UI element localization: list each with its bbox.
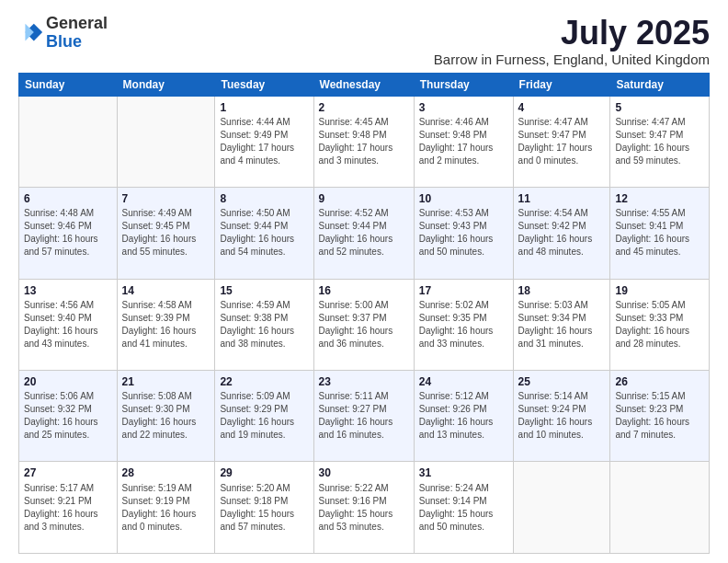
calendar: SundayMondayTuesdayWednesdayThursdayFrid… (18, 73, 710, 554)
calendar-cell: 26Sunrise: 5:15 AM Sunset: 9:23 PM Dayli… (610, 371, 710, 462)
day-number: 5 (615, 100, 704, 115)
logo-icon (18, 20, 44, 46)
calendar-cell: 11Sunrise: 4:54 AM Sunset: 9:42 PM Dayli… (513, 188, 610, 279)
column-header-friday: Friday (513, 73, 610, 96)
day-number: 14 (122, 283, 210, 298)
calendar-header: SundayMondayTuesdayWednesdayThursdayFrid… (19, 73, 710, 96)
day-number: 6 (24, 191, 112, 206)
calendar-cell: 27Sunrise: 5:17 AM Sunset: 9:21 PM Dayli… (19, 462, 118, 554)
day-number: 8 (220, 191, 308, 206)
calendar-cell (19, 96, 118, 187)
day-number: 18 (518, 283, 606, 298)
day-number: 23 (319, 374, 409, 389)
day-info: Sunrise: 4:46 AM Sunset: 9:48 PM Dayligh… (419, 116, 508, 167)
day-number: 28 (122, 465, 210, 480)
calendar-cell: 28Sunrise: 5:19 AM Sunset: 9:19 PM Dayli… (117, 462, 215, 554)
location-title: Barrow in Furness, England, United Kingd… (434, 52, 710, 67)
week-row-1: 1Sunrise: 4:44 AM Sunset: 9:49 PM Daylig… (19, 96, 710, 187)
calendar-cell: 2Sunrise: 4:45 AM Sunset: 9:48 PM Daylig… (313, 96, 414, 187)
day-info: Sunrise: 4:58 AM Sunset: 9:39 PM Dayligh… (122, 299, 210, 350)
day-number: 4 (518, 100, 606, 115)
day-info: Sunrise: 5:00 AM Sunset: 9:37 PM Dayligh… (319, 299, 409, 350)
day-info: Sunrise: 4:47 AM Sunset: 9:47 PM Dayligh… (615, 116, 704, 167)
logo-blue-text: Blue (46, 32, 82, 51)
calendar-cell: 16Sunrise: 5:00 AM Sunset: 9:37 PM Dayli… (313, 279, 414, 370)
calendar-cell: 30Sunrise: 5:22 AM Sunset: 9:16 PM Dayli… (313, 462, 414, 554)
day-info: Sunrise: 5:11 AM Sunset: 9:27 PM Dayligh… (319, 390, 409, 442)
calendar-cell: 7Sunrise: 4:49 AM Sunset: 9:45 PM Daylig… (117, 188, 215, 279)
day-info: Sunrise: 5:12 AM Sunset: 9:26 PM Dayligh… (419, 390, 508, 442)
day-number: 31 (419, 465, 508, 480)
day-info: Sunrise: 4:59 AM Sunset: 9:38 PM Dayligh… (220, 299, 308, 350)
logo: General Blue (18, 15, 108, 52)
calendar-cell (610, 462, 710, 554)
calendar-cell (513, 462, 610, 554)
day-number: 10 (419, 191, 508, 206)
day-number: 26 (615, 374, 704, 389)
calendar-cell: 1Sunrise: 4:44 AM Sunset: 9:49 PM Daylig… (215, 96, 313, 187)
day-info: Sunrise: 4:45 AM Sunset: 9:48 PM Dayligh… (319, 116, 409, 167)
calendar-cell: 20Sunrise: 5:06 AM Sunset: 9:32 PM Dayli… (19, 371, 118, 462)
day-number: 12 (615, 191, 704, 206)
day-number: 1 (220, 100, 308, 115)
calendar-cell: 6Sunrise: 4:48 AM Sunset: 9:46 PM Daylig… (19, 188, 118, 279)
day-number: 2 (319, 100, 409, 115)
column-header-wednesday: Wednesday (313, 73, 414, 96)
calendar-cell: 18Sunrise: 5:03 AM Sunset: 9:34 PM Dayli… (513, 279, 610, 370)
column-header-thursday: Thursday (414, 73, 513, 96)
day-number: 9 (319, 191, 409, 206)
calendar-cell: 14Sunrise: 4:58 AM Sunset: 9:39 PM Dayli… (117, 279, 215, 370)
calendar-cell: 5Sunrise: 4:47 AM Sunset: 9:47 PM Daylig… (610, 96, 710, 187)
calendar-cell: 8Sunrise: 4:50 AM Sunset: 9:44 PM Daylig… (215, 188, 313, 279)
day-info: Sunrise: 5:17 AM Sunset: 9:21 PM Dayligh… (24, 482, 112, 534)
day-number: 11 (518, 191, 606, 206)
header: General Blue July 2025 Barrow in Furness… (18, 15, 710, 67)
calendar-cell: 24Sunrise: 5:12 AM Sunset: 9:26 PM Dayli… (414, 371, 513, 462)
day-info: Sunrise: 4:52 AM Sunset: 9:44 PM Dayligh… (319, 207, 409, 259)
day-info: Sunrise: 4:53 AM Sunset: 9:43 PM Dayligh… (419, 207, 508, 259)
day-info: Sunrise: 4:44 AM Sunset: 9:49 PM Dayligh… (220, 116, 308, 167)
day-number: 17 (419, 283, 508, 298)
day-info: Sunrise: 5:06 AM Sunset: 9:32 PM Dayligh… (24, 390, 112, 442)
week-row-2: 6Sunrise: 4:48 AM Sunset: 9:46 PM Daylig… (19, 188, 710, 279)
day-info: Sunrise: 5:20 AM Sunset: 9:18 PM Dayligh… (220, 482, 308, 534)
page: General Blue July 2025 Barrow in Furness… (0, 0, 728, 563)
calendar-cell: 9Sunrise: 4:52 AM Sunset: 9:44 PM Daylig… (313, 188, 414, 279)
day-info: Sunrise: 5:09 AM Sunset: 9:29 PM Dayligh… (220, 390, 308, 442)
calendar-cell: 13Sunrise: 4:56 AM Sunset: 9:40 PM Dayli… (19, 279, 118, 370)
day-number: 3 (419, 100, 508, 115)
day-number: 16 (319, 283, 409, 298)
day-number: 7 (122, 191, 210, 206)
calendar-cell: 21Sunrise: 5:08 AM Sunset: 9:30 PM Dayli… (117, 371, 215, 462)
calendar-cell: 19Sunrise: 5:05 AM Sunset: 9:33 PM Dayli… (610, 279, 710, 370)
week-row-3: 13Sunrise: 4:56 AM Sunset: 9:40 PM Dayli… (19, 279, 710, 370)
calendar-cell: 10Sunrise: 4:53 AM Sunset: 9:43 PM Dayli… (414, 188, 513, 279)
calendar-cell: 15Sunrise: 4:59 AM Sunset: 9:38 PM Dayli… (215, 279, 313, 370)
day-number: 13 (24, 283, 112, 298)
calendar-cell: 22Sunrise: 5:09 AM Sunset: 9:29 PM Dayli… (215, 371, 313, 462)
day-number: 21 (122, 374, 210, 389)
column-header-sunday: Sunday (19, 73, 118, 96)
day-info: Sunrise: 4:56 AM Sunset: 9:40 PM Dayligh… (24, 299, 112, 350)
calendar-cell: 3Sunrise: 4:46 AM Sunset: 9:48 PM Daylig… (414, 96, 513, 187)
day-number: 15 (220, 283, 308, 298)
week-row-5: 27Sunrise: 5:17 AM Sunset: 9:21 PM Dayli… (19, 462, 710, 554)
day-info: Sunrise: 4:55 AM Sunset: 9:41 PM Dayligh… (615, 207, 704, 259)
calendar-cell: 25Sunrise: 5:14 AM Sunset: 9:24 PM Dayli… (513, 371, 610, 462)
day-info: Sunrise: 5:03 AM Sunset: 9:34 PM Dayligh… (518, 299, 606, 350)
day-info: Sunrise: 4:50 AM Sunset: 9:44 PM Dayligh… (220, 207, 308, 259)
day-info: Sunrise: 5:15 AM Sunset: 9:23 PM Dayligh… (615, 390, 704, 442)
day-number: 22 (220, 374, 308, 389)
day-info: Sunrise: 5:02 AM Sunset: 9:35 PM Dayligh… (419, 299, 508, 350)
logo-general-text: General (46, 14, 108, 32)
day-info: Sunrise: 5:14 AM Sunset: 9:24 PM Dayligh… (518, 390, 606, 442)
calendar-cell: 31Sunrise: 5:24 AM Sunset: 9:14 PM Dayli… (414, 462, 513, 554)
header-row: SundayMondayTuesdayWednesdayThursdayFrid… (19, 73, 710, 96)
day-info: Sunrise: 4:49 AM Sunset: 9:45 PM Dayligh… (122, 207, 210, 259)
calendar-cell: 23Sunrise: 5:11 AM Sunset: 9:27 PM Dayli… (313, 371, 414, 462)
calendar-cell: 29Sunrise: 5:20 AM Sunset: 9:18 PM Dayli… (215, 462, 313, 554)
day-info: Sunrise: 5:24 AM Sunset: 9:14 PM Dayligh… (419, 482, 508, 534)
calendar-cell: 17Sunrise: 5:02 AM Sunset: 9:35 PM Dayli… (414, 279, 513, 370)
day-info: Sunrise: 5:08 AM Sunset: 9:30 PM Dayligh… (122, 390, 210, 442)
column-header-saturday: Saturday (610, 73, 710, 96)
